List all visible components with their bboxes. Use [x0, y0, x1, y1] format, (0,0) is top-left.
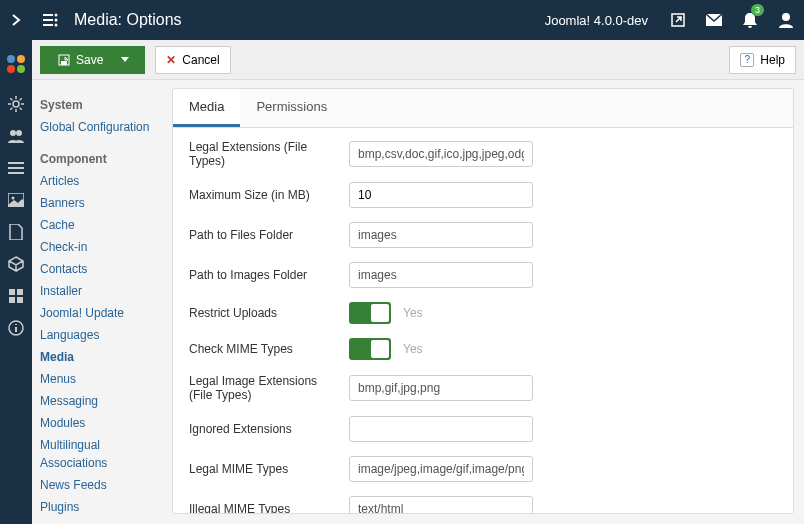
svg-point-6	[7, 55, 15, 63]
svg-point-12	[16, 130, 22, 136]
path-images-label: Path to Images Folder	[189, 268, 349, 282]
sidebar-link-menus[interactable]: Menus	[40, 368, 164, 390]
svg-rect-15	[9, 289, 15, 295]
save-icon	[58, 54, 70, 66]
svg-point-1	[55, 19, 58, 22]
joomla-logo-icon[interactable]	[0, 48, 32, 80]
restrict-uploads-toggle[interactable]	[349, 302, 391, 324]
sidebar-link-check-in[interactable]: Check-in	[40, 236, 164, 258]
page-title: Media: Options	[74, 11, 182, 29]
messages-button[interactable]	[696, 0, 732, 40]
sidebar-link-languages[interactable]: Languages	[40, 324, 164, 346]
save-button-label: Save	[76, 53, 103, 67]
path-images-input[interactable]	[349, 262, 533, 288]
modules-icon[interactable]	[0, 280, 32, 312]
help-button-label: Help	[760, 53, 785, 67]
sidebar-link-installer[interactable]: Installer	[40, 280, 164, 302]
tab-media[interactable]: Media	[173, 89, 240, 127]
notification-badge: 3	[751, 4, 764, 16]
sidebar-link-cache[interactable]: Cache	[40, 214, 164, 236]
sidebar-link-news-feeds[interactable]: News Feeds	[40, 474, 164, 496]
gear-icon[interactable]	[0, 88, 32, 120]
path-files-label: Path to Files Folder	[189, 228, 349, 242]
info-icon[interactable]	[0, 312, 32, 344]
tabs: Media Permissions	[173, 89, 793, 128]
close-icon: ✕	[166, 53, 176, 67]
svg-point-11	[10, 130, 16, 136]
restrict-uploads-value: Yes	[403, 306, 423, 320]
settings-sidebar: System Global Configuration Component Ar…	[32, 80, 172, 524]
toolbar: Save ✕ Cancel ? Help	[32, 40, 804, 80]
sidebar-link-joomla-update[interactable]: Joomla! Update	[40, 302, 164, 324]
illegal-mime-input[interactable]	[349, 496, 533, 514]
sidebar-heading-component: Component	[40, 152, 164, 166]
svg-rect-16	[17, 289, 23, 295]
cancel-button-label: Cancel	[182, 53, 219, 67]
svg-rect-18	[17, 297, 23, 303]
legal-mime-label: Legal MIME Types	[189, 462, 349, 476]
external-link-button[interactable]	[660, 0, 696, 40]
help-icon: ?	[740, 53, 754, 67]
ignored-ext-label: Ignored Extensions	[189, 422, 349, 436]
check-mime-toggle[interactable]	[349, 338, 391, 360]
sidebar-link-messaging[interactable]: Messaging	[40, 390, 164, 412]
svg-point-14	[12, 197, 15, 200]
legal-extensions-input[interactable]	[349, 141, 533, 167]
sidebar-link-contacts[interactable]: Contacts	[40, 258, 164, 280]
legal-extensions-label: Legal Extensions (File Types)	[189, 140, 349, 168]
cancel-button[interactable]: ✕ Cancel	[155, 46, 230, 74]
tab-permissions[interactable]: Permissions	[240, 89, 343, 127]
svg-point-8	[7, 65, 15, 73]
maximum-size-input[interactable]	[349, 182, 533, 208]
svg-point-2	[55, 24, 58, 27]
save-dropdown-button[interactable]	[121, 46, 145, 74]
media-options-form: Legal Extensions (File Types) Maximum Si…	[173, 128, 793, 514]
sidebar-toggle-button[interactable]	[0, 0, 32, 40]
svg-point-7	[17, 55, 25, 63]
svg-point-0	[55, 14, 58, 17]
sidebar-link-post-installation-messages[interactable]: Post-installation Messages	[40, 518, 164, 524]
options-icon	[32, 0, 70, 40]
maximum-size-label: Maximum Size (in MB)	[189, 188, 349, 202]
svg-point-10	[13, 101, 19, 107]
brand-label[interactable]: Joomla! 4.0.0-dev	[545, 13, 648, 28]
check-mime-value: Yes	[403, 342, 423, 356]
ignored-ext-input[interactable]	[349, 416, 533, 442]
sidebar-link-multilingual-associations[interactable]: Multilingual Associations	[40, 434, 164, 474]
svg-rect-21	[61, 61, 67, 65]
sidebar-heading-system: System	[40, 98, 164, 112]
top-bar: Media: Options Joomla! 4.0.0-dev 3	[0, 0, 804, 40]
legal-image-ext-input[interactable]	[349, 375, 533, 401]
path-files-input[interactable]	[349, 222, 533, 248]
save-button[interactable]: Save	[40, 46, 121, 74]
illegal-mime-label: Illegal MIME Types	[189, 502, 349, 514]
legal-image-ext-label: Legal Image Extensions (File Types)	[189, 374, 349, 402]
svg-rect-17	[9, 297, 15, 303]
user-menu-button[interactable]	[768, 0, 804, 40]
list-icon[interactable]	[0, 152, 32, 184]
svg-point-5	[782, 13, 790, 21]
options-panel: Media Permissions Legal Extensions (File…	[172, 88, 794, 514]
sidebar-link-plugins[interactable]: Plugins	[40, 496, 164, 518]
sidebar-link-banners[interactable]: Banners	[40, 192, 164, 214]
icon-sidebar	[0, 40, 32, 524]
sidebar-link-global-configuration[interactable]: Global Configuration	[40, 116, 164, 138]
check-mime-label: Check MIME Types	[189, 342, 349, 356]
legal-mime-input[interactable]	[349, 456, 533, 482]
restrict-uploads-label: Restrict Uploads	[189, 306, 349, 320]
caret-down-icon	[121, 57, 129, 62]
svg-point-9	[17, 65, 25, 73]
file-icon[interactable]	[0, 216, 32, 248]
users-icon[interactable]	[0, 120, 32, 152]
sidebar-link-modules[interactable]: Modules	[40, 412, 164, 434]
notifications-button[interactable]: 3	[732, 0, 768, 40]
sidebar-link-articles[interactable]: Articles	[40, 170, 164, 192]
help-button[interactable]: ? Help	[729, 46, 796, 74]
image-icon[interactable]	[0, 184, 32, 216]
cube-icon[interactable]	[0, 248, 32, 280]
sidebar-link-media[interactable]: Media	[40, 346, 164, 368]
